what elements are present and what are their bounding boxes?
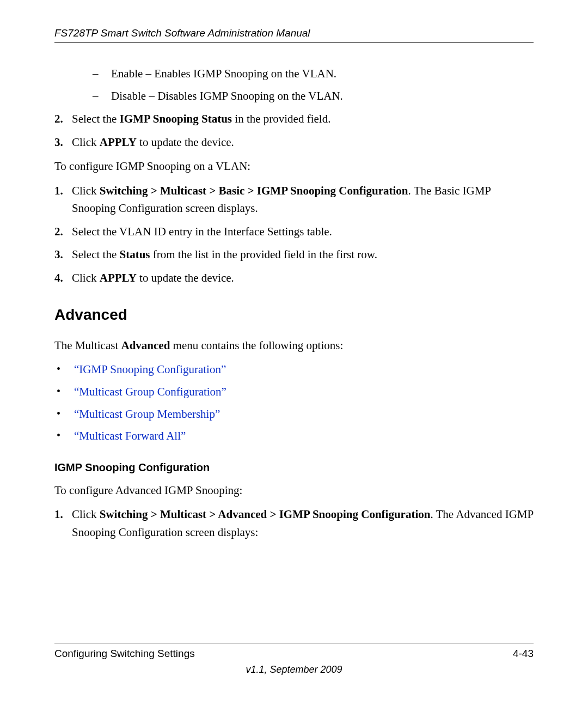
bold-text: Status <box>119 248 150 261</box>
footer-rule <box>54 643 534 643</box>
list-item: “Multicast Group Configuration” <box>54 383 534 401</box>
paragraph: To configure IGMP Snooping on a VLAN: <box>54 157 534 175</box>
bold-text: Switching > Multicast > Basic > IGMP Sno… <box>100 184 408 197</box>
bold-text: Advanced <box>121 339 170 352</box>
link-multicast-group-configuration[interactable]: “Multicast Group Configuration” <box>74 385 226 398</box>
step-item: Click Switching > Multicast > Basic > IG… <box>54 182 534 217</box>
text: Click <box>72 136 100 149</box>
footer-version: v1.1, September 2009 <box>54 664 534 675</box>
link-list: “IGMP Snooping Configuration” “Multicast… <box>54 361 534 445</box>
ordered-steps-a: Select the IGMP Snooping Status in the p… <box>54 110 534 151</box>
text: in the provided field. <box>232 112 330 125</box>
paragraph: The Multicast Advanced menu contains the… <box>54 337 534 355</box>
footer-page-number: 4-43 <box>513 648 534 660</box>
ordered-steps-b: Click Switching > Multicast > Basic > IG… <box>54 182 534 287</box>
running-header: FS728TP Smart Switch Software Administra… <box>54 27 534 43</box>
step-item: Select the VLAN ID entry in the Interfac… <box>54 223 534 241</box>
page-footer: Configuring Switching Settings 4-43 v1.1… <box>54 643 534 675</box>
footer-section: Configuring Switching Settings <box>54 648 195 660</box>
text: Select the <box>72 248 119 261</box>
text: Click <box>72 271 100 284</box>
text: to update the device. <box>137 136 234 149</box>
footer-line: Configuring Switching Settings 4-43 <box>54 648 534 660</box>
bold-text: APPLY <box>100 271 137 284</box>
ordered-steps-c: Click Switching > Multicast > Advanced >… <box>54 506 534 541</box>
bold-text: APPLY <box>100 136 137 149</box>
list-item: “Multicast Group Membership” <box>54 405 534 423</box>
link-igmp-snooping-configuration[interactable]: “IGMP Snooping Configuration” <box>74 363 226 376</box>
dash-item: Enable – Enables IGMP Snooping on the VL… <box>54 65 534 83</box>
text: from the list in the provided field in t… <box>150 248 377 261</box>
step-item: Click APPLY to update the device. <box>54 269 534 287</box>
heading-advanced: Advanced <box>54 303 534 326</box>
page: FS728TP Smart Switch Software Administra… <box>0 0 588 706</box>
link-multicast-group-membership[interactable]: “Multicast Group Membership” <box>74 407 220 421</box>
text: Click <box>72 184 100 197</box>
list-item: “Multicast Forward All” <box>54 427 534 445</box>
heading-igmp-snooping-configuration: IGMP Snooping Configuration <box>54 459 534 476</box>
text: menu contains the following options: <box>170 339 343 352</box>
step-item: Click Switching > Multicast > Advanced >… <box>54 506 534 541</box>
dash-item: Disable – Disables IGMP Snooping on the … <box>54 87 534 105</box>
step-item: Select the IGMP Snooping Status in the p… <box>54 110 534 128</box>
step-item: Click APPLY to update the device. <box>54 133 534 151</box>
step-item: Select the Status from the list in the p… <box>54 246 534 264</box>
text: The Multicast <box>54 339 121 352</box>
link-multicast-forward-all[interactable]: “Multicast Forward All” <box>74 429 186 442</box>
paragraph: To configure Advanced IGMP Snooping: <box>54 482 534 500</box>
list-item: “IGMP Snooping Configuration” <box>54 361 534 379</box>
body-content: Enable – Enables IGMP Snooping on the VL… <box>54 65 534 541</box>
dash-list: Enable – Enables IGMP Snooping on the VL… <box>54 65 534 105</box>
bold-text: IGMP Snooping Status <box>119 112 232 125</box>
text: Click <box>72 508 100 521</box>
bold-text: Switching > Multicast > Advanced > IGMP … <box>100 508 431 521</box>
text: to update the device. <box>137 271 234 284</box>
text: Select the <box>72 112 119 125</box>
